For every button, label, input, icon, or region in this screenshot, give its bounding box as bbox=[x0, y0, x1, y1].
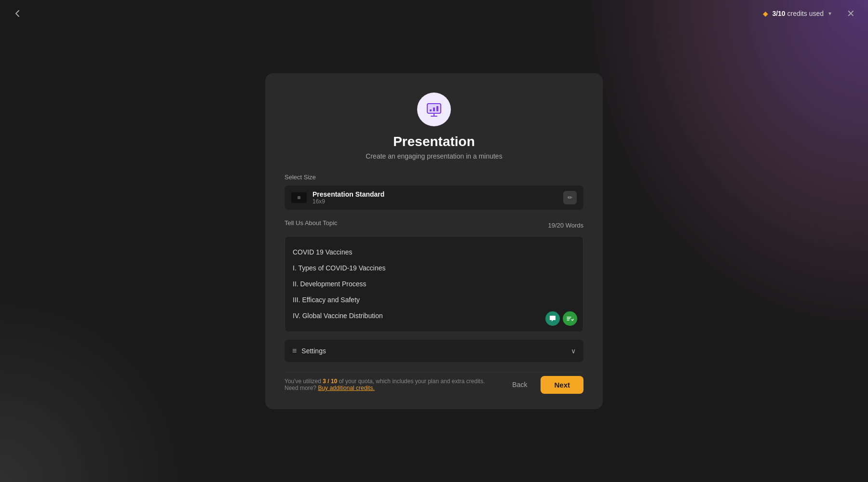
diamond-icon: ◆ bbox=[763, 10, 768, 17]
size-info: Presentation Standard 16x9 bbox=[312, 190, 384, 205]
back-button[interactable]: Back bbox=[504, 377, 535, 392]
modal-icon-circle bbox=[417, 93, 451, 126]
size-name: Presentation Standard bbox=[312, 190, 384, 198]
buy-credits-link[interactable]: Buy additional credits. bbox=[318, 385, 374, 391]
credits-chevron-icon[interactable]: ▾ bbox=[828, 10, 831, 17]
topic-line-4: III. Efficacy and Safety bbox=[293, 292, 575, 308]
svg-rect-5 bbox=[433, 107, 435, 111]
footer-buttons: Back Next bbox=[504, 376, 583, 394]
next-button[interactable]: Next bbox=[541, 376, 583, 394]
size-edit-button[interactable]: ✏ bbox=[563, 191, 577, 204]
topic-icon-green-button[interactable] bbox=[563, 311, 577, 326]
topic-line-5: IV. Global Vaccine Distribution bbox=[293, 308, 575, 324]
presentation-chart-icon bbox=[425, 101, 443, 118]
settings-label: Settings bbox=[301, 347, 326, 355]
topic-icon-teal-button[interactable] bbox=[545, 311, 560, 326]
topic-line-1: COVID 19 Vaccines bbox=[293, 244, 575, 260]
select-size-label: Select Size bbox=[285, 174, 583, 181]
topic-line-3: II. Development Process bbox=[293, 276, 575, 292]
topic-section-label: Tell Us About Topic bbox=[285, 219, 338, 227]
size-selector[interactable]: Presentation Standard 16x9 ✏ bbox=[285, 186, 583, 210]
modal-subtitle: Create an engaging presentation in a min… bbox=[366, 152, 502, 160]
close-button[interactable]: ✕ bbox=[843, 6, 858, 21]
top-bar: ◆ 3/10 credits used ▾ ✕ bbox=[0, 0, 868, 27]
size-thumbnail bbox=[291, 192, 307, 203]
topic-icons bbox=[545, 311, 577, 326]
word-count: 19/20 Words bbox=[548, 222, 583, 229]
back-arrow-button[interactable] bbox=[10, 6, 25, 21]
credits-area: ◆ 3/10 credits used ▾ ✕ bbox=[763, 6, 858, 21]
credits-display: 3/10 credits used bbox=[772, 10, 824, 17]
quota-text: You've utilized 3 / 10 of your quota, wh… bbox=[285, 378, 495, 391]
settings-row[interactable]: ≡ Settings ∨ bbox=[285, 340, 583, 362]
size-left: Presentation Standard 16x9 bbox=[291, 190, 384, 205]
modal-header: Presentation Create an engaging presenta… bbox=[285, 93, 583, 160]
modal-footer: You've utilized 3 / 10 of your quota, wh… bbox=[285, 372, 583, 394]
size-dimensions: 16x9 bbox=[312, 198, 384, 205]
settings-chevron-icon: ∨ bbox=[571, 347, 576, 355]
topic-textarea[interactable]: COVID 19 Vaccines I. Types of COVID-19 V… bbox=[285, 236, 583, 332]
presentation-modal: Presentation Create an engaging presenta… bbox=[265, 73, 603, 409]
settings-left: ≡ Settings bbox=[292, 347, 326, 355]
settings-lines-icon: ≡ bbox=[292, 347, 297, 355]
topic-line-2: I. Types of COVID-19 Vaccines bbox=[293, 260, 575, 276]
topic-header: Tell Us About Topic 19/20 Words bbox=[285, 219, 583, 231]
svg-rect-6 bbox=[436, 106, 438, 111]
modal-overlay: Presentation Create an engaging presenta… bbox=[0, 0, 868, 482]
svg-rect-4 bbox=[430, 109, 432, 111]
modal-title: Presentation bbox=[393, 134, 475, 149]
